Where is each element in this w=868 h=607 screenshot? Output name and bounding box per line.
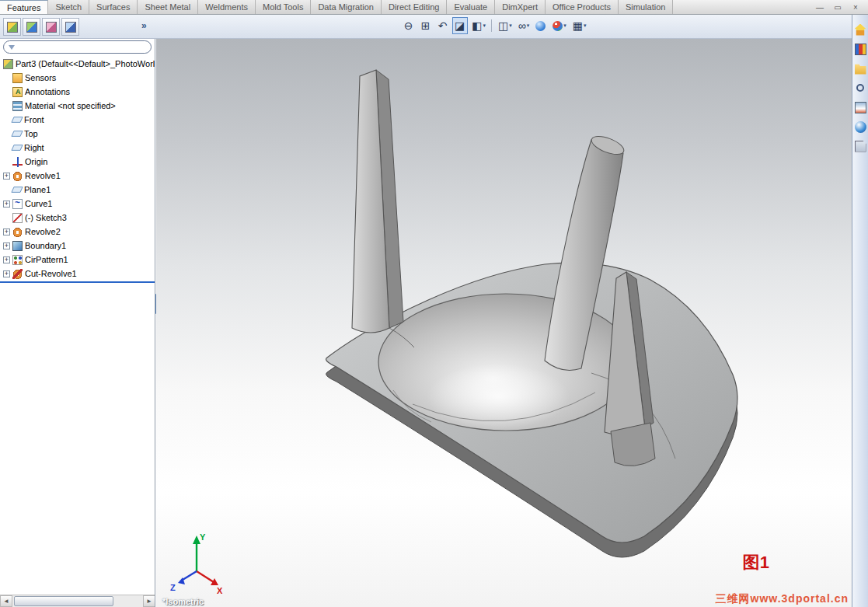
headsup-button[interactable] xyxy=(490,17,494,34)
orientation-triad: Y X Z xyxy=(169,529,226,596)
task-pane-button[interactable] xyxy=(853,120,867,134)
expander-icon[interactable]: + xyxy=(3,270,10,277)
apply-scene-icon xyxy=(535,21,546,31)
ribbon-tab-label: Sheet Metal xyxy=(145,2,190,12)
revolve-icon xyxy=(12,171,23,181)
restore-button[interactable]: ▭ xyxy=(831,2,844,12)
headsup-button[interactable]: ▾ xyxy=(550,17,569,34)
task-pane-button[interactable] xyxy=(853,42,867,56)
tree-item[interactable]: + Annotations xyxy=(0,85,155,99)
headsup-button[interactable]: ▦ ▾ xyxy=(570,17,589,34)
tree-item[interactable]: + CirPattern1 xyxy=(0,253,155,267)
headsup-button[interactable]: ⊖ xyxy=(401,17,417,34)
tree-item[interactable]: + Origin xyxy=(0,155,155,169)
expander-icon[interactable]: + xyxy=(3,228,10,235)
ribbon-tab[interactable]: DimXpert xyxy=(495,0,546,14)
panel-tab-button[interactable] xyxy=(23,18,40,36)
ribbon-tab-label: Office Products xyxy=(553,2,611,12)
tree-root-item[interactable]: Part3 (Default<<Default>_PhotoWorl xyxy=(0,57,155,71)
tree-root-label: Part3 (Default<<Default>_PhotoWorl xyxy=(16,59,155,68)
tree-item[interactable]: + Top xyxy=(0,127,155,141)
plane-icon xyxy=(11,131,23,137)
headsup-button[interactable]: ◫ ▾ xyxy=(496,17,514,34)
headsup-button[interactable]: ∞ ▾ xyxy=(516,17,532,34)
horizontal-scrollbar: ◄ ► xyxy=(0,595,155,607)
task-pane-button[interactable] xyxy=(853,139,867,153)
tree-item[interactable]: + Curve1 xyxy=(0,197,155,211)
scroll-left-button[interactable]: ◄ xyxy=(0,595,12,607)
hide-show-items-icon: ∞ xyxy=(518,20,526,31)
headsup-view-toolbar: ⊖ ⊞ ↶ ◪ ◧ ▾ xyxy=(401,17,589,34)
ribbon-tab-label: Weldments xyxy=(205,2,248,12)
ribbon-tab-label: Surfaces xyxy=(96,2,130,12)
task-pane-button[interactable] xyxy=(853,23,867,37)
configurationmanager-tab-icon xyxy=(46,22,57,33)
section-view-icon: ◪ xyxy=(455,20,465,31)
panel-tab-button[interactable] xyxy=(42,18,60,36)
rollback-bar[interactable] xyxy=(0,281,155,283)
headsup-button[interactable]: ↶ xyxy=(435,17,451,34)
panel-tab-button[interactable] xyxy=(3,18,21,36)
scrollbar-track[interactable] xyxy=(12,595,143,607)
ribbon-tab[interactable]: Features xyxy=(0,0,48,14)
scroll-right-button[interactable]: ► xyxy=(143,595,155,607)
triad-x-label: X xyxy=(217,586,223,595)
custom-properties-icon xyxy=(855,141,866,152)
previous-view-icon: ↶ xyxy=(438,20,448,31)
ribbon-tab[interactable]: Direct Editing xyxy=(382,0,447,14)
tree-item[interactable]: + Front xyxy=(0,113,155,127)
featuremanager-panel: Part3 (Default<<Default>_PhotoWorl + Sen… xyxy=(0,39,155,607)
panel-tab-button[interactable] xyxy=(61,18,79,36)
tree-item-label: Right xyxy=(24,143,44,152)
task-pane-button[interactable] xyxy=(853,100,867,114)
tree-item[interactable]: + Revolve1 xyxy=(0,169,155,183)
ribbon-tab-label: Sketch xyxy=(55,2,82,12)
figure-caption: 图1 xyxy=(743,551,769,574)
tree-filter-input[interactable] xyxy=(18,43,146,51)
tree-item[interactable]: + Revolve2 xyxy=(0,225,155,239)
tree-item[interactable]: + (-) Sketch3 xyxy=(0,211,155,225)
expander-icon[interactable]: + xyxy=(3,201,10,208)
cutrevolve-icon xyxy=(12,269,23,279)
headsup-button[interactable]: ⊞ xyxy=(418,17,434,34)
tree-item[interactable]: + Plane1 xyxy=(0,183,155,197)
task-pane-button[interactable] xyxy=(853,61,867,75)
expander-icon[interactable]: + xyxy=(3,256,10,263)
ribbon-tab[interactable]: Sketch xyxy=(48,0,89,14)
ribbon-tab[interactable]: Mold Tools xyxy=(256,0,311,14)
ribbon-tab[interactable]: Sheet Metal xyxy=(138,0,198,14)
ribbon-tab[interactable]: Evaluate xyxy=(447,0,495,14)
tree-item[interactable]: + Right xyxy=(0,141,155,155)
ribbon-tab[interactable]: Surfaces xyxy=(89,0,138,14)
propertymanager-tab-icon xyxy=(26,22,37,33)
expander-icon[interactable]: + xyxy=(3,173,10,180)
tree-item-label: CirPattern1 xyxy=(25,255,68,264)
ribbon-tab[interactable]: Simulation xyxy=(619,0,673,14)
ribbon-tab-label: Mold Tools xyxy=(263,2,303,12)
appearances-scenes-icon xyxy=(855,121,866,133)
tree-item[interactable]: + Boundary1 xyxy=(0,239,155,253)
ribbon-tab[interactable]: Data Migration xyxy=(311,0,382,14)
tree-item-label: Annotations xyxy=(25,87,70,96)
tree-item[interactable]: + Cut-Revolve1 xyxy=(0,267,155,281)
minimize-button[interactable]: — xyxy=(814,2,826,12)
tree-item[interactable]: + Material <not specified> xyxy=(0,99,155,113)
toolbar-overflow-chevron[interactable]: » xyxy=(141,20,147,31)
window-controls: — ▭ × xyxy=(807,0,868,15)
expander-icon[interactable]: + xyxy=(3,242,10,249)
separator-line xyxy=(491,19,492,32)
task-pane-button[interactable] xyxy=(853,81,867,95)
headsup-button[interactable] xyxy=(533,17,549,34)
ribbon-tab[interactable]: Office Products xyxy=(546,0,619,14)
scrollbar-thumb[interactable] xyxy=(14,596,113,606)
plane-icon xyxy=(11,145,23,151)
close-button[interactable]: × xyxy=(849,2,862,12)
headsup-button[interactable]: ◪ xyxy=(452,17,468,34)
ribbon-tab-label: Simulation xyxy=(626,2,665,12)
panel-tab-toolbar xyxy=(3,18,79,36)
ribbon-tab[interactable]: Weldments xyxy=(198,0,256,14)
ribbon-tab-label: Features xyxy=(7,3,40,12)
graphics-area[interactable]: Y X Z *Isometric 图1 三维网www.3dportal.cn xyxy=(156,39,852,607)
tree-item[interactable]: + Sensors xyxy=(0,71,155,85)
headsup-button[interactable]: ◧ ▾ xyxy=(469,17,488,34)
